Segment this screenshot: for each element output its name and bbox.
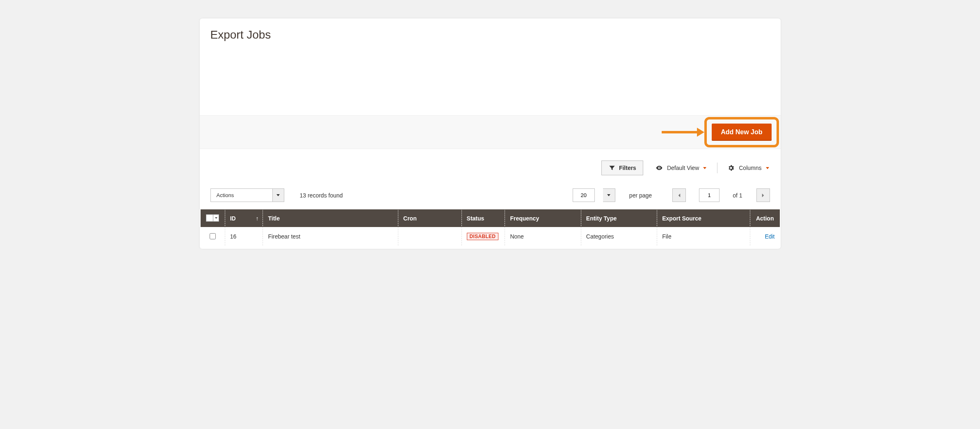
next-page-button[interactable] (756, 188, 770, 202)
caret-down-icon (766, 167, 769, 169)
current-page-input[interactable] (699, 188, 720, 202)
checkbox-dropdown[interactable] (213, 215, 219, 221)
cell-title: Firebear test (263, 227, 398, 245)
add-new-job-button[interactable]: Add New Job (712, 124, 771, 141)
bulk-actions-caret[interactable] (272, 189, 284, 202)
status-badge: DISABLED (467, 233, 499, 240)
highlight-arrow (662, 128, 704, 137)
bulk-actions-select[interactable]: Actions (210, 188, 284, 202)
highlight-frame: Add New Job (704, 117, 779, 147)
page-title: Export Jobs (200, 18, 781, 46)
header-actions-bar: Add New Job (200, 115, 781, 149)
col-header-entity-type[interactable]: Entity Type (581, 209, 657, 227)
checkbox-icon (206, 215, 213, 221)
header-spacer (200, 46, 781, 115)
col-header-export-source[interactable]: Export Source (657, 209, 750, 227)
chevron-left-icon (676, 192, 683, 199)
col-header-id[interactable]: ID ↑ (225, 209, 263, 227)
col-header-cron[interactable]: Cron (398, 209, 462, 227)
cell-id: 16 (225, 227, 263, 245)
default-view-button[interactable]: Default View (655, 163, 707, 173)
col-header-checkbox[interactable] (201, 209, 225, 227)
col-header-status[interactable]: Status (461, 209, 505, 227)
funnel-icon (608, 164, 616, 172)
col-header-frequency[interactable]: Frequency (505, 209, 581, 227)
bulk-actions-label: Actions (211, 189, 272, 202)
chevron-right-icon (759, 192, 767, 199)
of-pages-label: of 1 (733, 192, 742, 199)
caret-down-icon (276, 194, 280, 196)
prev-page-button[interactable] (672, 188, 686, 202)
filters-label: Filters (619, 165, 636, 171)
default-view-label: Default View (667, 165, 699, 171)
gear-icon (727, 164, 735, 172)
cell-status: DISABLED (461, 227, 505, 245)
cell-entity-type: Categories (581, 227, 657, 245)
col-header-action: Action (750, 209, 779, 227)
grid-toolbar: Filters Default View Columns (200, 149, 781, 179)
cell-export-source: File (657, 227, 750, 245)
caret-down-icon (607, 194, 610, 196)
table-row: 16 Firebear test DISABLED None Categorie… (201, 227, 780, 245)
edit-link[interactable]: Edit (755, 233, 775, 240)
records-found-text: 13 records found (300, 192, 343, 199)
page-size-input[interactable] (573, 188, 595, 202)
row-checkbox[interactable] (210, 233, 216, 239)
page-size-dropdown[interactable] (603, 188, 615, 202)
col-header-title[interactable]: Title (263, 209, 398, 227)
grid-controls: Actions 13 records found per page of 1 (200, 179, 781, 209)
caret-down-icon (703, 167, 706, 169)
caret-down-icon (215, 217, 217, 219)
cell-frequency: None (505, 227, 581, 245)
jobs-table: ID ↑ Title Cron Status Frequency Entity … (201, 209, 780, 245)
filters-button[interactable]: Filters (601, 161, 643, 175)
columns-label: Columns (739, 165, 761, 171)
eye-icon (656, 164, 663, 172)
sort-asc-icon: ↑ (256, 215, 258, 222)
columns-button[interactable]: Columns (717, 163, 770, 173)
cell-cron (398, 227, 462, 245)
page-card: Export Jobs Add New Job Filters Default … (200, 18, 781, 249)
per-page-label: per page (629, 192, 652, 199)
